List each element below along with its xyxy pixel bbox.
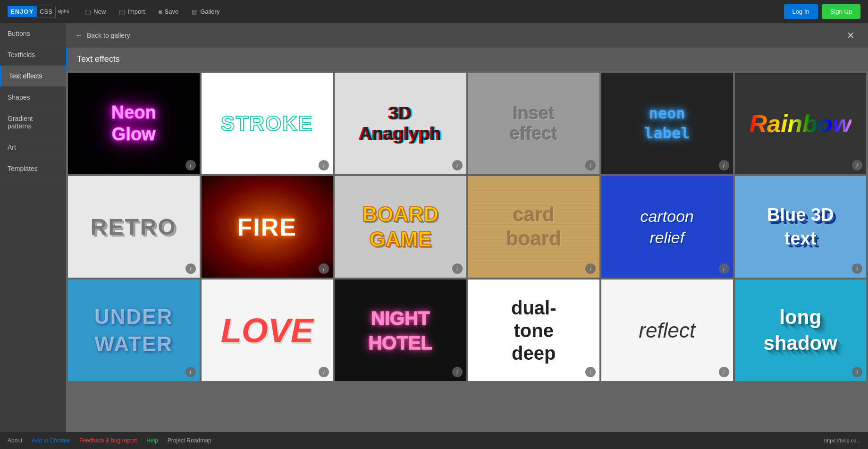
cards-grid: NeonGlow i STROKE i 3DAnaglyph i	[66, 71, 868, 383]
signup-button[interactable]: Sign Up	[822, 4, 860, 19]
neon-label-text: neonlabel	[644, 104, 690, 143]
footer: About Add to Chrome Feedback & bug repor…	[0, 432, 868, 449]
sidebar-item-text-effects[interactable]: Text effects	[0, 66, 66, 87]
import-icon: ▤	[119, 8, 125, 16]
rainbow-text: Rainbow	[749, 110, 851, 138]
back-bar[interactable]: ← Back to gallery ✕	[66, 23, 868, 48]
neon-glow-text: NeonGlow	[111, 102, 156, 145]
info-badge[interactable]: i	[452, 263, 463, 274]
card-night-hotel[interactable]: NIGHTHOTEL i	[335, 280, 466, 381]
login-button[interactable]: Log In	[784, 4, 818, 19]
footer-project-roadmap[interactable]: Project Roadmap	[168, 437, 211, 444]
info-badge[interactable]: i	[319, 160, 329, 170]
card-neon-label[interactable]: neonlabel i	[601, 73, 733, 174]
love-text: LOVE	[221, 311, 313, 350]
info-badge[interactable]: i	[319, 263, 329, 274]
card-cartoon[interactable]: cartoonrelief i	[601, 176, 733, 278]
card-retro[interactable]: RETRO i	[68, 176, 200, 278]
info-badge[interactable]: i	[852, 367, 862, 377]
fire-text: FIRE	[237, 213, 297, 241]
card-3d-anaglyph[interactable]: 3DAnaglyph i	[335, 73, 466, 174]
sidebar-item-shapes[interactable]: Shapes	[0, 87, 66, 108]
info-badge[interactable]: i	[185, 367, 196, 377]
save-icon: ■	[158, 8, 162, 16]
logo-alpha: alpha	[58, 9, 69, 14]
nav-save[interactable]: ■ Save	[152, 0, 185, 23]
main-layout: Buttons Textfields Text effects Shapes G…	[0, 23, 868, 432]
info-badge[interactable]: i	[585, 367, 596, 377]
new-icon: ▢	[85, 8, 91, 16]
footer-about: About	[8, 437, 22, 444]
info-badge[interactable]: i	[185, 263, 196, 274]
nav-import[interactable]: ▤ Import	[112, 0, 152, 23]
blue3d-text: Blue 3Dtext	[767, 203, 834, 250]
info-badge[interactable]: i	[719, 367, 729, 377]
sidebar: Buttons Textfields Text effects Shapes G…	[0, 23, 66, 432]
sidebar-item-templates[interactable]: Templates	[0, 158, 66, 179]
footer-feedback[interactable]: Feedback & bug report	[79, 437, 137, 444]
night-hotel-text: NIGHTHOTEL	[368, 306, 432, 355]
inset-text: Inseteffect	[510, 103, 557, 144]
reflect-text: reflect	[639, 319, 695, 342]
back-arrow-icon: ←	[76, 31, 83, 40]
info-badge[interactable]: i	[585, 160, 596, 170]
card-dualtone[interactable]: dual-tonedeep i	[468, 280, 600, 381]
back-text: Back to gallery	[87, 32, 130, 39]
card-long-shadow[interactable]: longshadow i	[735, 280, 867, 381]
card-stroke[interactable]: STROKE i	[202, 73, 333, 174]
dualtone-text: dual-tonedeep	[511, 297, 556, 364]
card-neon-glow[interactable]: NeonGlow i	[68, 73, 200, 174]
stroke-text: STROKE	[221, 112, 313, 136]
nav-new[interactable]: ▢ New	[78, 0, 112, 23]
section-title: Text effects	[66, 48, 868, 71]
sidebar-item-gradient-patterns[interactable]: Gradient patterns	[0, 108, 66, 137]
footer-add-to-chrome[interactable]: Add to Chrome	[32, 437, 70, 444]
info-badge[interactable]: i	[452, 160, 463, 170]
retro-text: RETRO	[91, 214, 177, 240]
logo-css: CSS	[36, 6, 56, 17]
info-badge[interactable]: i	[585, 263, 596, 274]
info-badge[interactable]: i	[719, 263, 729, 274]
card-board-game[interactable]: BOARDGAME i	[335, 176, 466, 278]
info-badge[interactable]: i	[852, 263, 862, 274]
sidebar-item-textfields[interactable]: Textfields	[0, 44, 66, 66]
logo-enjoy: ENJOY	[8, 6, 36, 17]
long-shadow-text: longshadow	[764, 305, 837, 356]
card-reflect[interactable]: reflect i	[601, 280, 733, 381]
card-blue3d[interactable]: Blue 3Dtext i	[735, 176, 867, 278]
sidebar-item-buttons[interactable]: Buttons	[0, 23, 66, 44]
gallery-icon: ▦	[192, 8, 198, 16]
cartoon-text: cartoonrelief	[640, 206, 694, 247]
cardboard-text: cardboard	[506, 203, 561, 251]
underwater-text: UNDERWATER	[94, 303, 173, 357]
card-inset[interactable]: Inseteffect i	[468, 73, 600, 174]
card-underwater[interactable]: UNDERWATER i	[68, 280, 200, 381]
info-badge[interactable]: i	[185, 160, 196, 170]
top-navigation: ENJOY CSS alpha ▢ New ▤ Import ■ Save ▦ …	[0, 0, 868, 23]
info-badge[interactable]: i	[452, 367, 463, 377]
info-badge[interactable]: i	[852, 160, 862, 170]
card-love[interactable]: LOVE i	[202, 280, 333, 381]
board-game-text: BOARDGAME	[362, 202, 438, 252]
sidebar-item-art[interactable]: Art	[0, 137, 66, 158]
nav-gallery[interactable]: ▦ Gallery	[185, 0, 226, 23]
card-fire[interactable]: FIRE i	[202, 176, 333, 278]
content-area: ← Back to gallery ✕ Text effects NeonGlo…	[66, 23, 868, 432]
close-button[interactable]: ✕	[843, 30, 859, 41]
info-badge[interactable]: i	[719, 160, 729, 170]
footer-help[interactable]: Help	[146, 437, 158, 444]
footer-url: https://blog.cs...	[824, 438, 860, 443]
anaglyph-text: 3DAnaglyph	[360, 103, 441, 144]
card-rainbow[interactable]: Rainbow i	[735, 73, 867, 174]
card-cardboard[interactable]: cardboard i	[468, 176, 600, 278]
info-badge[interactable]: i	[319, 367, 329, 377]
